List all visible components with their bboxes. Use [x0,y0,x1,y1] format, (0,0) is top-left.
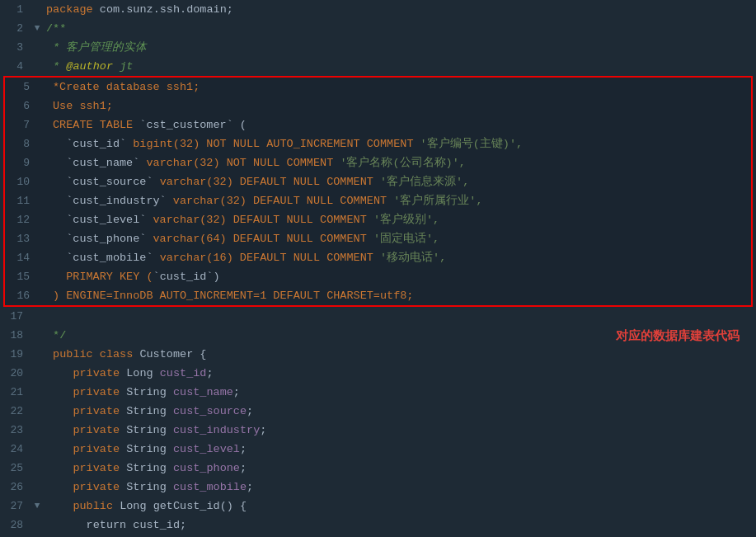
line-number: 23 [0,421,31,440]
line-number: 25 [0,459,31,478]
line-number: 18 [0,326,31,345]
code-segment: class [100,348,140,360]
line-21: 21 private String cust_name; [0,383,756,402]
code-segment: '客户编号(主键)', [420,138,524,150]
code-segment: cust_id [160,367,207,379]
line-content: * @author jt [43,57,756,76]
line-22: 22 private String cust_source; [0,402,756,421]
line-2: 2▼/** [0,19,756,38]
line-content: `cust_phone` varchar(64) DEFAULT NULL CO… [49,229,749,248]
line-content: CREATE TABLE `cst_customer` ( [49,115,749,134]
line-13: 13 `cust_phone` varchar(64) DEFAULT NULL… [5,229,751,248]
line-number: 8 [7,134,38,153]
code-segment: String [126,405,173,417]
code-segment: Long [120,500,153,512]
line-5: 5*Create database ssh1; [5,78,751,97]
code-segment: ; [206,367,213,379]
line-content: private Long cust_id; [43,364,756,383]
line-number: 12 [7,210,38,229]
code-segment: * [46,60,66,73]
code-segment: ; [260,424,266,436]
code-segment: () { [220,500,247,512]
line-content: private String cust_mobile; [43,478,756,497]
code-segment: ; [240,443,247,455]
line-18: 18 */对应的数据库建表代码 [0,326,756,345]
line-number: 3 [0,38,31,57]
code-segment: String [126,386,173,398]
line-content: return cust_id; [43,516,756,535]
code-segment: Long [126,367,160,379]
line-content: /** [43,19,756,38]
code-segment: ) [213,271,219,283]
line-19: 19 public class Customer { [0,345,756,364]
line-content: `cust_id` bigint(32) NOT NULL AUTO_INCRE… [49,134,749,153]
line-number: 15 [7,267,38,286]
code-editor: 1package com.sunz.ssh.domain;2▼/**3 * 客户… [0,0,756,535]
code-segment: `cust_level` [53,214,146,226]
code-segment: cust_name [173,386,233,398]
code-segment: String [126,462,173,474]
line-15: 15 PRIMARY KEY (`cust_id`) [5,267,751,286]
code-segment: bigint(32) NOT NULL AUTO_INCREMENT COMME… [126,138,420,150]
code-segment: * 客户管理的实体 [46,41,147,54]
code-segment: { [200,348,206,360]
code-segment: package [46,3,93,16]
line-content: `cust_name` varchar(32) NOT NULL COMMENT… [49,153,749,172]
line-number: 28 [0,516,31,535]
code-segment: varchar(32) DEFAULT NULL COMMENT [153,176,380,188]
line-number: 20 [0,364,31,383]
line-14: 14 `cust_mobile` varchar(16) DEFAULT NUL… [5,248,751,267]
line-content: package com.sunz.ssh.domain; [43,0,756,19]
line-number: 4 [0,57,31,76]
line-number: 21 [0,383,31,402]
line-content: `cust_industry` varchar(32) DEFAULT NULL… [49,191,749,210]
fold-icon[interactable]: ▼ [31,497,43,516]
line-number: 10 [7,172,38,191]
code-segment: cust_source [173,405,247,417]
code-segment: '客户信息来源', [380,176,469,188]
code-segment: `cust_phone` [53,233,146,245]
code-segment: varchar(64) DEFAULT NULL COMMENT [146,233,373,245]
code-segment: private [46,386,126,398]
code-segment: String [126,481,173,493]
code-segment: `cust_source` [53,176,153,188]
line-number: 16 [7,286,38,305]
line-23: 23 private String cust_industry; [0,421,756,440]
code-segment: ; [240,462,247,474]
code-segment: '客户级别', [373,214,439,226]
fold-icon[interactable]: ▼ [31,19,43,38]
code-segment: Use ssh1; [53,100,113,112]
line-7: 7CREATE TABLE `cst_customer` ( [5,115,751,134]
code-segment: cust_phone [173,462,240,474]
code-segment: String [126,424,173,436]
line-number: 2 [0,19,31,38]
code-segment: `cust_industry` [53,195,167,207]
code-segment: private [46,481,126,493]
code-segment: private [46,424,126,436]
line-content: * 客户管理的实体 [43,38,756,57]
line-content: public Long getCust_id() { [43,497,756,516]
code-segment: varchar(16) DEFAULT NULL COMMENT [153,252,380,264]
code-segment: private [46,443,126,455]
line-number: 6 [7,97,38,115]
code-segment: public [46,348,100,360]
annotation-label: 对应的数据库建表代码 [616,326,740,345]
line-content: private String cust_level; [43,440,756,459]
code-segment: */ [46,329,66,342]
code-segment: '固定电话', [373,233,439,245]
line-content: private String cust_source; [43,402,756,421]
code-segment: `cust_name` [53,157,139,169]
line-9: 9 `cust_name` varchar(32) NOT NULL COMME… [5,153,751,172]
code-segment: `cust_id` [153,271,214,283]
code-segment: /** [46,22,66,35]
line-27: 27▼ public Long getCust_id() { [0,497,756,516]
line-number: 5 [7,78,38,97]
line-16: 16) ENGINE=InnoDB AUTO_INCREMENT=1 DEFAU… [5,286,751,305]
line-content: ) ENGINE=InnoDB AUTO_INCREMENT=1 DEFAULT… [49,286,749,305]
code-segment: '移动电话', [380,252,446,264]
line-content: *Create database ssh1; [49,78,749,97]
line-24: 24 private String cust_level; [0,440,756,459]
line-28: 28 return cust_id; [0,516,756,535]
code-segment: cust_level [173,443,240,455]
code-segment: '客户名称(公司名称)', [340,157,466,169]
